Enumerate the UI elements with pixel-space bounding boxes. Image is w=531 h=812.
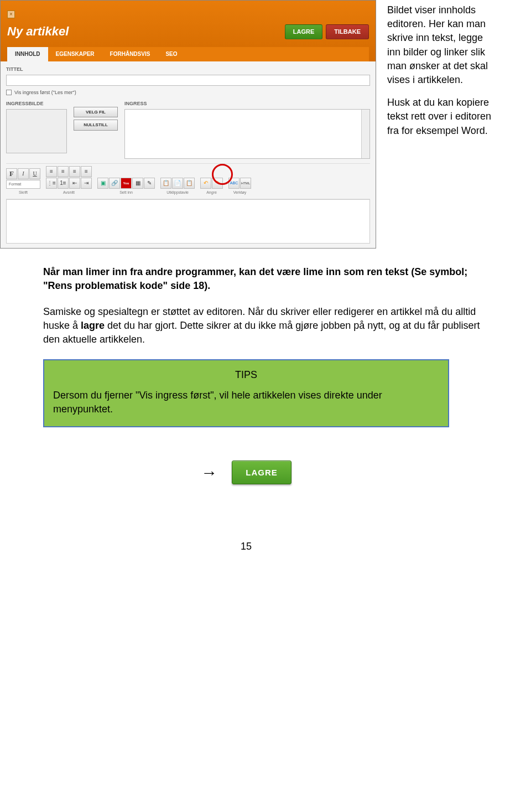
back-button[interactable]: TILBAKE xyxy=(326,24,369,39)
undo-icon[interactable]: ↶ xyxy=(200,178,211,189)
underline-icon[interactable]: U xyxy=(29,168,40,179)
group-verktoy: Verktøy xyxy=(233,190,247,195)
tab-innhold[interactable]: INNHOLD xyxy=(7,47,48,61)
align-right-icon[interactable]: ≡ xyxy=(69,166,80,177)
tab-forhandsvis[interactable]: FORHÅNDSVIS xyxy=(102,47,158,61)
ingress-textarea[interactable] xyxy=(124,109,370,159)
page-number: 15 xyxy=(0,540,492,554)
body-p1: Når man limer inn fra andre programmer, … xyxy=(43,265,492,293)
group-avsnitt: Avsnitt xyxy=(63,190,75,195)
bold-icon[interactable]: F xyxy=(6,168,17,179)
media-icon[interactable]: ▦ xyxy=(132,178,143,189)
body-p2: Samiske og spesialtegn er støttet av edi… xyxy=(43,305,492,347)
vis-ingress-label: Vis ingress først ("Les mer") xyxy=(14,89,76,96)
nullstill-button[interactable]: NULLSTILL xyxy=(74,120,118,130)
group-settinn: Sett inn xyxy=(119,190,133,195)
ss-header: × Ny artikkel LAGRE TILBAKE INNHOLD EGEN… xyxy=(1,1,376,61)
window-title: Ny artikkel xyxy=(7,23,69,40)
close-icon: × xyxy=(7,11,15,18)
tips-box: TIPS Dersom du fjerner "Vis ingress førs… xyxy=(43,359,449,428)
align-left-icon[interactable]: ≡ xyxy=(46,166,57,177)
tips-body: Dersom du fjerner "Vis ingress først", v… xyxy=(53,389,439,416)
youtube-icon[interactable]: You xyxy=(121,178,132,189)
paste-text-icon[interactable]: 📄 xyxy=(172,178,183,189)
tab-seo[interactable]: SEO xyxy=(158,47,185,61)
ingress-label: INGRESS xyxy=(124,100,370,107)
insert-icon[interactable]: ✎ xyxy=(144,178,155,189)
side-p1: Bildet viser innholds editoren. Her kan … xyxy=(387,3,492,87)
lagre-row: → LAGRE xyxy=(0,461,492,484)
align-center-icon[interactable]: ≡ xyxy=(58,166,69,177)
redo-icon[interactable]: ↷ xyxy=(212,178,223,189)
vis-ingress-checkbox[interactable] xyxy=(6,90,12,95)
tittel-input[interactable] xyxy=(6,75,370,86)
align-justify-icon[interactable]: ≡ xyxy=(81,166,92,177)
arrow-icon: → xyxy=(201,461,217,484)
format-select[interactable]: Format xyxy=(6,180,40,189)
group-angre: Angre xyxy=(206,190,217,195)
tab-egenskaper[interactable]: EGENSKAPER xyxy=(48,47,102,61)
list-ol-icon[interactable]: 1≡ xyxy=(58,178,69,189)
body-text: Når man limer inn fra andre programmer, … xyxy=(0,249,492,347)
italic-icon[interactable]: I xyxy=(18,168,29,179)
tittel-label: TITTEL xyxy=(6,66,370,73)
image-placeholder[interactable] xyxy=(6,109,67,153)
save-button[interactable]: LAGRE xyxy=(285,24,323,39)
html-icon[interactable]: HTML xyxy=(240,178,251,189)
velg-fil-button[interactable]: VELG FIL xyxy=(74,107,118,117)
outdent-icon[interactable]: ⇤ xyxy=(69,178,80,189)
tips-title: TIPS xyxy=(53,368,439,382)
list-ul-icon[interactable]: ⋮≡ xyxy=(46,178,57,189)
side-p2: Husk at du kan kopiere tekst rett over i… xyxy=(387,96,492,138)
tab-bar: INNHOLD EGENSKAPER FORHÅNDSVIS SEO xyxy=(7,47,369,61)
indent-icon[interactable]: ⇥ xyxy=(81,178,92,189)
image-icon[interactable]: ▣ xyxy=(97,178,108,189)
lagre-button[interactable]: LAGRE xyxy=(232,461,291,484)
group-skrift: Skrift xyxy=(19,190,28,195)
spellcheck-icon[interactable]: ABC xyxy=(228,178,240,189)
link-icon[interactable]: 🔗 xyxy=(109,178,120,189)
editor-toolbar: F I U Format Skrift ≡ xyxy=(6,163,370,199)
clipboard-icon[interactable]: 📋 xyxy=(160,178,171,189)
editor-screenshot: × Ny artikkel LAGRE TILBAKE INNHOLD EGEN… xyxy=(0,0,376,249)
paste-word-icon[interactable]: 📋 xyxy=(184,178,195,189)
ss-body: TITTEL Vis ingress først ("Les mer") ING… xyxy=(1,61,376,248)
side-text: Bildet viser innholds editoren. Her kan … xyxy=(387,0,492,147)
ingressbilde-label: INGRESSBILDE xyxy=(6,100,67,107)
group-utklipp: Utklippstavle xyxy=(166,190,189,195)
editor-area[interactable] xyxy=(6,199,370,244)
